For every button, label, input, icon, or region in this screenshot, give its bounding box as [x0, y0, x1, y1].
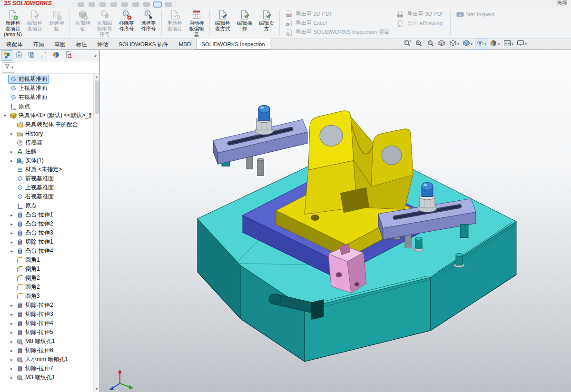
- tree-item[interactable]: 右视基准面: [0, 93, 93, 102]
- tree-item[interactable]: 原点: [0, 102, 93, 111]
- panel-tab-inspection[interactable]: [63, 50, 74, 61]
- tree-item[interactable]: ▸注解: [0, 147, 93, 156]
- qat-icon[interactable]: [132, 2, 139, 7]
- expand-arrow[interactable]: ▸: [9, 213, 15, 217]
- expand-arrow[interactable]: ▸: [9, 131, 15, 136]
- tree-item[interactable]: 前视基准面: [0, 75, 93, 84]
- tree-item[interactable]: ▸切除-拉伸4: [0, 319, 93, 328]
- tab-草图[interactable]: 草图: [49, 39, 71, 49]
- tab-布局[interactable]: 布局: [28, 39, 49, 49]
- expand-arrow[interactable]: ▸: [9, 375, 15, 380]
- display-style-button[interactable]: ▾: [461, 39, 474, 50]
- tree-item[interactable]: ▸切除-拉伸7: [0, 364, 93, 373]
- tree-item[interactable]: ▸切除-拉伸6: [0, 346, 93, 355]
- expand-arrow[interactable]: ▸: [9, 348, 15, 353]
- panel-tab-displaymanager[interactable]: [50, 50, 62, 61]
- ribbon-button-template-editor[interactable]: 启动模板编辑器: [186, 8, 207, 38]
- qat-icon[interactable]: [99, 2, 106, 7]
- expand-arrow[interactable]: ▸: [9, 357, 15, 362]
- expand-arrow[interactable]: ▸: [9, 149, 15, 154]
- qat-icon[interactable]: [165, 2, 172, 7]
- apply-scene-button[interactable]: ▾: [502, 39, 515, 50]
- panel-tab-configurationmanager[interactable]: [26, 50, 37, 61]
- expand-arrow[interactable]: ▸: [9, 366, 15, 371]
- tree-item[interactable]: ▸凸台-拉伸4: [0, 246, 93, 255]
- tab-MBD[interactable]: MBD: [174, 39, 197, 49]
- expand-arrow[interactable]: ▸: [9, 339, 15, 344]
- expand-arrow[interactable]: ▸: [9, 312, 15, 317]
- tree-item[interactable]: ▸切除-拉伸1: [0, 237, 93, 246]
- panel-tab-featuremanager[interactable]: [1, 50, 12, 61]
- qat-icon[interactable]: [78, 2, 84, 7]
- qat-icon[interactable]: [110, 2, 117, 7]
- expand-arrow[interactable]: ▸: [9, 303, 15, 308]
- tab-评估[interactable]: 评估: [92, 39, 114, 49]
- previous-view-button[interactable]: [425, 39, 435, 50]
- expand-arrow[interactable]: ▸: [9, 321, 15, 326]
- filter-button[interactable]: ▾: [2, 62, 15, 73]
- tree-scrollbar[interactable]: ▲ ▼: [93, 74, 99, 392]
- hide-show-items-button[interactable]: ▾: [475, 39, 488, 50]
- graphics-area[interactable]: [100, 50, 571, 392]
- tree-item[interactable]: 右视基准面: [0, 192, 93, 201]
- view-settings-button[interactable]: ▾: [515, 39, 528, 50]
- tree-item[interactable]: ▸M3 螺纹孔1: [0, 373, 93, 382]
- tab-装配体[interactable]: 装配体: [1, 39, 28, 49]
- panel-tab-propertymanager[interactable]: [13, 50, 25, 61]
- qat-icon[interactable]: [143, 2, 150, 7]
- tree-item[interactable]: 上视基准面: [0, 183, 93, 192]
- expand-arrow[interactable]: ▾: [2, 113, 8, 118]
- tree-item[interactable]: 前视基准面: [0, 174, 93, 183]
- expand-arrow[interactable]: ▸: [9, 222, 15, 226]
- ribbon-button-select-balloon[interactable]: 1选择零件序号: [138, 8, 159, 38]
- qat-icon[interactable]: [121, 2, 128, 7]
- ribbon-button-edit-operation[interactable]: 编辑操作: [234, 8, 256, 38]
- tree-item[interactable]: 上视基准面: [0, 84, 93, 93]
- tree-item[interactable]: 夹具装配体 中的配合: [0, 120, 93, 129]
- scroll-thumb[interactable]: [95, 80, 99, 114]
- tree-item[interactable]: ▸切除-拉伸2: [0, 301, 93, 310]
- tree-item[interactable]: ▸切除-拉伸5: [0, 328, 93, 337]
- tree-item[interactable]: ▸凸台-拉伸3: [0, 228, 93, 237]
- scroll-down-arrow[interactable]: ▼: [94, 386, 99, 392]
- tree-item[interactable]: 倒角1: [0, 265, 93, 274]
- qat-icon[interactable]: [89, 2, 95, 7]
- tree-item[interactable]: ▸M8 螺纹孔1: [0, 337, 93, 346]
- tree-item[interactable]: ▸凸台-拉伸1: [0, 210, 93, 219]
- tab-SOLIDWORKS 插件[interactable]: SOLIDWORKS 插件: [114, 39, 174, 49]
- expand-arrow[interactable]: ▸: [9, 240, 15, 245]
- expand-arrow[interactable]: ▸: [9, 231, 15, 235]
- tree-item[interactable]: 圆角1: [0, 255, 93, 265]
- model-clamp-left[interactable]: [213, 105, 307, 166]
- ribbon-button-edit-method[interactable]: 编辑检查方式: [212, 8, 234, 38]
- expand-arrow[interactable]: ▸: [9, 249, 15, 254]
- ribbon-button-edit-vendor[interactable]: 编辑卖方: [256, 8, 277, 38]
- scroll-up-arrow[interactable]: ▲: [94, 74, 99, 80]
- zoom-to-area-button[interactable]: [413, 39, 424, 50]
- ribbon-button-remove-balloon[interactable]: 1移除零件序号: [116, 8, 138, 38]
- edit-appearance-button[interactable]: ▾: [488, 39, 501, 50]
- tab-标注[interactable]: 标注: [71, 39, 92, 49]
- zoom-fit-button[interactable]: [402, 39, 413, 50]
- expand-arrow[interactable]: ▸: [9, 158, 15, 163]
- tree-item[interactable]: ▾夹具体<1> (默认) <<默认>_显示: [0, 111, 93, 120]
- tree-item[interactable]: 圆角3: [0, 292, 93, 301]
- tree-item[interactable]: ▸History: [0, 129, 93, 138]
- tree-item[interactable]: ▸切除-拉伸3: [0, 310, 93, 319]
- expand-arrow[interactable]: ▸: [9, 330, 15, 335]
- tab-SOLIDWORKS Inspection[interactable]: SOLIDWORKS Inspection: [196, 39, 270, 49]
- tree-item[interactable]: ▸凸台-拉伸2: [0, 219, 93, 228]
- tree-item[interactable]: ▸实体(1): [0, 156, 93, 165]
- panel-tab-dimxpertmanager[interactable]: [38, 50, 49, 61]
- model-canvas[interactable]: [100, 50, 571, 392]
- section-view-button[interactable]: [436, 39, 447, 50]
- tree-item[interactable]: 材质 <未指定>: [0, 165, 93, 174]
- tree-item[interactable]: ▸大小mm 暗销孔1: [0, 355, 93, 364]
- panel-tabs-overflow-chevron[interactable]: >: [92, 53, 98, 59]
- view-orientation-button[interactable]: ▾: [448, 39, 461, 50]
- ribbon-button-new-project[interactable]: 新建检查项目(amp;N): [2, 8, 24, 38]
- tree-item[interactable]: 圆角2: [0, 283, 93, 292]
- qat-icon-pressed[interactable]: [154, 2, 161, 7]
- tree-item[interactable]: 倒角2: [0, 274, 93, 283]
- tree-item[interactable]: 传感器: [0, 138, 93, 147]
